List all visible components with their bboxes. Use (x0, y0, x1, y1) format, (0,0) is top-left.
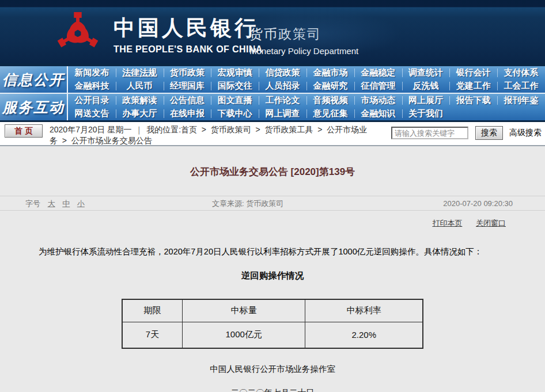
nav-item-label: 市场动态 (361, 95, 395, 106)
breadcrumb-item[interactable]: 货币政策司 (211, 125, 251, 134)
page-title: 公开市场业务交易公告 [2020]第139号 (0, 165, 545, 178)
breadcrumb-date: 2020年7月20日 星期一 (50, 125, 131, 134)
table-cell: 7天 (122, 322, 182, 348)
nav-item-label: 金融知识 (361, 108, 395, 119)
source-label: 文章来源: (212, 199, 244, 208)
nav-item-label: 图文直播 (218, 95, 252, 106)
nav-item[interactable]: 国际交往 (211, 79, 259, 93)
nav-item[interactable]: 报刊年鉴 (497, 94, 545, 107)
nav-item-label: 下载中心 (218, 108, 252, 119)
nav-item-label: 网上展厅 (408, 95, 443, 106)
bank-name-en: THE PEOPLE'S BANK OF CHINA (113, 44, 263, 55)
nav-item[interactable]: 法律法规 (116, 66, 164, 79)
nav-item[interactable]: 关于我们 (402, 107, 450, 120)
nav-item[interactable]: 公开目录 (68, 94, 116, 107)
article-meta-row: 字号 大 中 小 文章来源: 货币政策司 2020-07-20 09:20:30 (0, 196, 545, 211)
table-header-row: 期限中标量中标利率 (122, 299, 423, 322)
nav-item[interactable]: 信贷政策 (259, 66, 306, 79)
advanced-search-link[interactable]: 高级搜索 (509, 128, 542, 138)
breadcrumb-item[interactable]: 货币政策工具 (264, 125, 313, 134)
font-size-controls: 字号 大 中 小 (25, 196, 85, 211)
nav-item[interactable]: 意见征集 (306, 107, 354, 120)
nav-item[interactable]: 下载中心 (211, 107, 259, 120)
pboc-logo-icon[interactable] (52, 9, 104, 58)
article-source: 文章来源: 货币政策司 (212, 196, 283, 211)
nav-item[interactable]: 政策解读 (116, 94, 164, 107)
nav-item[interactable]: 支付体系 (497, 66, 545, 79)
source-value: 货币政策司 (246, 199, 283, 208)
breadcrumb-location-label: 我的位置: (146, 125, 181, 134)
nav-item[interactable]: 征信管理 (354, 79, 402, 93)
font-size-large-link[interactable]: 大 (48, 199, 55, 208)
nav-item-label: 反洗钱 (412, 81, 438, 92)
nav-item[interactable]: 网上展厅 (402, 94, 450, 107)
nav-item[interactable]: 图文直播 (211, 94, 259, 107)
nav-item[interactable]: 金融科技 (68, 79, 116, 93)
nav-item-label: 党建工作 (456, 81, 491, 92)
search-input[interactable] (391, 127, 468, 139)
nav-item-label: 新闻发布 (74, 67, 109, 78)
article-actions: 打印本页 关闭窗口 (0, 218, 545, 229)
nav-item-label: 国际交往 (218, 81, 252, 92)
table-header-cell: 期限 (122, 299, 182, 322)
breadcrumb-separator: > (251, 125, 265, 134)
nav-item[interactable]: 经理国库 (164, 79, 211, 93)
main-nav: 信息公开新闻发布法律法规货币政策宏观审慎信贷政策金融市场金融稳定调查统计银行会计… (0, 63, 545, 122)
nav-item-label: 报告下载 (456, 95, 491, 106)
table-cell: 1000亿元 (182, 322, 305, 348)
nav-item[interactable]: 工作论文 (259, 94, 306, 107)
nav-item[interactable]: 调查统计 (402, 66, 450, 79)
table-cell: 2.20% (305, 322, 423, 348)
nav-item[interactable]: 网送文告 (68, 107, 116, 120)
nav-item-label: 金融研究 (313, 81, 347, 92)
breadcrumb: 2020年7月20日 星期一｜我的位置:首页 > 货币政策司 > 货币政策工具 … (50, 124, 395, 146)
nav-item[interactable]: 金融研究 (306, 79, 354, 93)
nav-item-label: 在线申报 (170, 108, 205, 119)
font-size-label: 字号 (25, 199, 40, 208)
nav-item-label: 银行会计 (456, 67, 491, 78)
nav-item-label: 支付体系 (504, 67, 539, 78)
nav-item[interactable]: 银行会计 (449, 66, 497, 79)
site-header: 中国人民银行 THE PEOPLE'S BANK OF CHINA 货币政策司 … (0, 0, 545, 63)
nav-section-info-disclosure: 信息公开新闻发布法律法规货币政策宏观审慎信贷政策金融市场金融稳定调查统计银行会计… (0, 66, 545, 93)
nav-item[interactable]: 金融知识 (354, 107, 402, 120)
nav-item[interactable]: 公告信息 (164, 94, 211, 107)
nav-item[interactable]: 办事大厅 (116, 107, 164, 120)
table-header-cell: 中标量 (182, 299, 305, 322)
nav-item-label: 调查统计 (408, 67, 443, 78)
nav-item[interactable]: 金融稳定 (354, 66, 402, 79)
nav-item[interactable]: 音频视频 (306, 94, 354, 107)
nav-item[interactable]: 党建工作 (449, 79, 497, 93)
article-body-text: 为维护银行体系流动性合理充裕，2020年7月20日人民银行以利率招标方式开展了1… (22, 246, 523, 257)
bank-name-block: 中国人民银行 THE PEOPLE'S BANK OF CHINA (113, 14, 263, 55)
repo-operations-table: 期限中标量中标利率7天1000亿元2.20% (122, 299, 423, 349)
nav-item[interactable]: 金融市场 (306, 66, 354, 79)
nav-item[interactable]: 人民币 (116, 79, 164, 93)
nav-item-label: 宏观审慎 (218, 67, 252, 78)
nav-item[interactable]: 货币政策 (164, 66, 211, 79)
nav-item[interactable]: 反洗钱 (402, 79, 450, 93)
nav-item[interactable]: 工会工作 (497, 79, 545, 93)
home-button[interactable]: 首 页 (5, 124, 43, 138)
nav-item[interactable]: 新闻发布 (68, 66, 116, 79)
close-window-link[interactable]: 关闭窗口 (476, 219, 506, 227)
nav-section-label[interactable]: 服务互动 (0, 94, 68, 120)
font-size-medium-link[interactable]: 中 (62, 199, 70, 208)
nav-section-label[interactable]: 信息公开 (0, 66, 68, 93)
nav-item[interactable]: 宏观审慎 (211, 66, 259, 79)
breadcrumb-item[interactable]: 公开市场业务交易公告 (71, 136, 152, 145)
nav-item[interactable]: 网上调查 (259, 107, 306, 120)
nav-item-label: 报刊年鉴 (504, 95, 539, 106)
department-name-cn: 货币政策司 (249, 25, 358, 43)
breadcrumb-home-link[interactable]: 首页 (181, 125, 197, 134)
breadcrumb-divider: ｜ (131, 125, 146, 134)
nav-item-label: 政策解读 (122, 95, 157, 106)
nav-item-label: 金融科技 (74, 81, 109, 92)
print-page-link[interactable]: 打印本页 (432, 219, 462, 227)
font-size-small-link[interactable]: 小 (77, 199, 85, 208)
search-button[interactable]: 搜索 (475, 126, 503, 140)
nav-item[interactable]: 报告下载 (449, 94, 497, 107)
nav-item[interactable]: 在线申报 (164, 107, 211, 120)
nav-item[interactable]: 人员招录 (259, 79, 306, 93)
nav-item[interactable]: 市场动态 (354, 94, 402, 107)
